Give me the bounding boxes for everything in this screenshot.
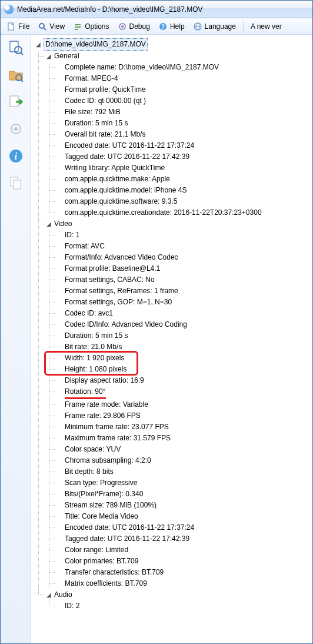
tree-leaf[interactable]: Scan type: Progressive bbox=[56, 477, 310, 489]
leaf-label: Title: Core Media Video bbox=[65, 511, 138, 522]
collapse-icon[interactable]: ◢ bbox=[45, 221, 52, 227]
menu-debug[interactable]: Debug bbox=[114, 21, 154, 32]
leaf-label: Chroma subsampling: 4:2:0 bbox=[65, 455, 151, 466]
tree-leaf[interactable]: Tagged date: UTC 2016-11-22 17:42:39 bbox=[56, 533, 310, 545]
leaf-label: Format: AVC bbox=[65, 241, 105, 252]
svg-line-2 bbox=[44, 28, 46, 30]
menu-label: Options bbox=[85, 22, 109, 31]
menu-file[interactable]: File bbox=[3, 21, 33, 32]
tree-leaf[interactable]: Frame rate: 29.806 FPS bbox=[56, 410, 310, 421]
menu-newver[interactable]: A new ver bbox=[247, 21, 285, 32]
leaf-label: Encoded date: UTC 2016-11-22 17:37:24 bbox=[65, 522, 194, 533]
tree-leaf[interactable]: Format: AVC bbox=[56, 241, 310, 252]
menu-options[interactable]: Options bbox=[69, 21, 112, 32]
tree-leaf[interactable]: Duration: 5 min 15 s bbox=[56, 118, 310, 129]
tree-leaf[interactable]: Codec ID: qt 0000.00 (qt ) bbox=[56, 95, 310, 107]
menubar: File View Options Debug ? Help Language … bbox=[1, 18, 312, 35]
tree-leaf[interactable]: Title: Core Media Video bbox=[56, 511, 310, 522]
tree-section-audio[interactable]: ◢ Audio ID: 2 bbox=[45, 589, 310, 612]
sidebar-about[interactable]: i bbox=[6, 147, 25, 165]
tree-leaf[interactable]: com.apple.quicktime.make: Apple bbox=[56, 174, 310, 185]
tree-leaf[interactable]: Width: 1 920 pixels bbox=[56, 353, 310, 364]
tree-leaf[interactable]: Transfer characteristics: BT.709 bbox=[56, 567, 310, 578]
collapse-icon[interactable]: ◢ bbox=[35, 41, 41, 48]
tree-root-label[interactable]: D:\home_video\IMG_2187.MOV bbox=[44, 38, 148, 51]
leaf-label: ID: 1 bbox=[65, 230, 79, 241]
tree-leaf[interactable]: Maximum frame rate: 31.579 FPS bbox=[56, 433, 310, 444]
tree-leaf[interactable]: Format settings, CABAC: No bbox=[56, 274, 310, 286]
tree-leaf[interactable]: com.apple.quicktime.software: 9.3.5 bbox=[56, 196, 310, 207]
tree-leaf[interactable]: Overall bit rate: 21.1 Mb/s bbox=[56, 129, 310, 140]
tree-leaf[interactable]: Format/Info: Advanced Video Codec bbox=[56, 252, 310, 263]
tree-leaf[interactable]: Chroma subsampling: 4:2:0 bbox=[56, 455, 310, 466]
menu-help[interactable]: ? Help bbox=[155, 21, 188, 32]
leaf-label: Display aspect ratio: 16:9 bbox=[65, 375, 144, 386]
svg-rect-24 bbox=[14, 180, 21, 189]
tree-leaf[interactable]: Color primaries: BT.709 bbox=[56, 556, 310, 567]
language-icon bbox=[193, 22, 202, 31]
leaf-label: Minimum frame rate: 23.077 FPS bbox=[65, 421, 169, 433]
menu-language[interactable]: Language bbox=[189, 21, 239, 32]
leaf-label: Color primaries: BT.709 bbox=[65, 556, 138, 567]
tree-leaf[interactable]: Display aspect ratio: 16:9 bbox=[56, 375, 310, 386]
leaf-label: Height: 1 080 pixels bbox=[65, 364, 126, 375]
svg-rect-5 bbox=[75, 29, 78, 30]
sidebar-open-folder[interactable] bbox=[6, 65, 25, 84]
tree-leaf[interactable]: Format: MPEG-4 bbox=[56, 73, 310, 84]
tree-leaf[interactable]: File size: 792 MiB bbox=[56, 107, 310, 118]
sidebar-settings[interactable] bbox=[6, 119, 25, 138]
tree-leaf[interactable]: com.apple.quicktime.model: iPhone 4S bbox=[56, 185, 310, 196]
tree-leaf[interactable]: Height: 1 080 pixels bbox=[56, 364, 310, 375]
leaf-label: Format/Info: Advanced Video Codec bbox=[65, 252, 178, 263]
tree-leaf[interactable]: Color space: YUV bbox=[56, 444, 310, 455]
menu-view[interactable]: View bbox=[34, 21, 68, 32]
tree-leaf[interactable]: Encoded date: UTC 2016-11-22 17:37:24 bbox=[56, 140, 310, 151]
tree-leaf[interactable]: Codec ID: avc1 bbox=[56, 308, 310, 319]
tree-leaf[interactable]: Format settings, ReFrames: 1 frame bbox=[56, 286, 310, 297]
tree-leaf[interactable]: Bit rate: 21.0 Mb/s bbox=[56, 341, 310, 353]
tree-leaf[interactable]: Bits/(Pixel*Frame): 0.340 bbox=[56, 489, 310, 500]
titlebar[interactable]: MediaArea.net/MediaInfo - D:\home_video\… bbox=[1, 1, 312, 18]
leaf-label: Writing library: Apple QuickTime bbox=[65, 162, 165, 174]
leaf-label: Format profile: QuickTime bbox=[65, 84, 146, 95]
tree-root[interactable]: ◢ D:\home_video\IMG_2187.MOV ◢ General C… bbox=[35, 38, 310, 612]
leaf-label: Duration: 5 min 15 s bbox=[65, 118, 128, 129]
svg-line-15 bbox=[21, 52, 23, 55]
tree-leaf[interactable]: ID: 2 bbox=[56, 600, 310, 612]
leaf-label: Matrix coefficients: BT.709 bbox=[65, 578, 147, 589]
tree-leaf[interactable]: Writing library: Apple QuickTime bbox=[56, 162, 310, 174]
tree-view[interactable]: ◢ D:\home_video\IMG_2187.MOV ◢ General C… bbox=[31, 35, 312, 643]
leaf-label: Format settings, ReFrames: 1 frame bbox=[65, 286, 178, 297]
tree-leaf[interactable]: Tagged date: UTC 2016-11-22 17:42:39 bbox=[56, 151, 310, 162]
tree-leaf[interactable]: Rotation: 90° bbox=[56, 386, 310, 399]
tree-leaf[interactable]: Matrix coefficients: BT.709 bbox=[56, 578, 310, 589]
tree-leaf[interactable]: Bit depth: 8 bits bbox=[56, 466, 310, 477]
tree-leaf[interactable]: Format profile: QuickTime bbox=[56, 84, 310, 95]
tree-leaf[interactable]: Minimum frame rate: 23.077 FPS bbox=[56, 421, 310, 433]
tree-leaf[interactable]: Format profile: Baseline@L4.1 bbox=[56, 263, 310, 274]
leaf-label: Color range: Limited bbox=[65, 545, 128, 556]
collapse-icon[interactable]: ◢ bbox=[45, 53, 52, 59]
tree-leaf[interactable]: Complete name: D:\home_video\IMG_2187.MO… bbox=[56, 62, 310, 73]
leaf-label: com.apple.quicktime.make: Apple bbox=[65, 174, 170, 185]
tree-leaf[interactable]: Frame rate mode: Variable bbox=[56, 399, 310, 410]
leaf-label: Codec ID: avc1 bbox=[65, 308, 113, 319]
sidebar-export[interactable] bbox=[6, 92, 25, 111]
collapse-icon[interactable]: ◢ bbox=[45, 592, 52, 598]
tree-section-video[interactable]: ◢ Video ID: 1Format: AVCFormat/Info: Adv… bbox=[45, 218, 310, 589]
tree-section-general[interactable]: ◢ General Complete name: D:\home_video\I… bbox=[45, 51, 310, 218]
sidebar-open-file[interactable] bbox=[6, 38, 25, 57]
sidebar-copy[interactable] bbox=[6, 174, 25, 192]
leaf-label: Bit rate: 21.0 Mb/s bbox=[65, 341, 122, 353]
tree-leaf[interactable]: Encoded date: UTC 2016-11-22 17:37:24 bbox=[56, 522, 310, 533]
tree-leaf[interactable]: Codec ID/Info: Advanced Video Coding bbox=[56, 319, 310, 330]
leaf-label: Tagged date: UTC 2016-11-22 17:42:39 bbox=[65, 533, 189, 545]
tree-leaf[interactable]: ID: 1 bbox=[56, 230, 310, 241]
tree-leaf[interactable]: Format settings, GOP: M=1, N=30 bbox=[56, 297, 310, 308]
tree-leaf[interactable]: Duration: 5 min 15 s bbox=[56, 330, 310, 341]
content: i ◢ D:\home_video\IMG_2187.MOV ◢ General bbox=[1, 35, 312, 643]
tree-leaf[interactable]: Stream size: 789 MiB (100%) bbox=[56, 500, 310, 511]
tree-leaf[interactable]: com.apple.quicktime.creationdate: 2016-1… bbox=[56, 207, 310, 218]
tree-leaf[interactable]: Color range: Limited bbox=[56, 545, 310, 556]
leaf-label: Stream size: 789 MiB (100%) bbox=[65, 500, 156, 511]
